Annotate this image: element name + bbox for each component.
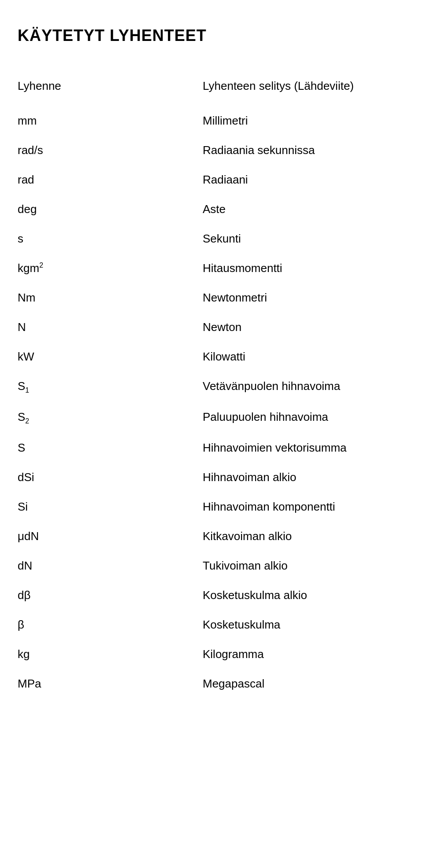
abbr-text: dN <box>18 559 32 572</box>
desc-cell: Vetävänpuolen hihnavoima <box>203 371 405 402</box>
abbr-text: rad <box>18 173 34 186</box>
table-row: sSekunti <box>18 224 405 254</box>
abbr-cell: deg <box>18 195 203 224</box>
desc-cell: Hihnavoiman alkio <box>203 463 405 492</box>
abbr-text: mm <box>18 114 37 127</box>
desc-cell: Kosketuskulma <box>203 610 405 640</box>
abbr-text: Nm <box>18 291 35 304</box>
abbr-cell: N <box>18 313 203 342</box>
abbr-text: S <box>18 441 25 454</box>
table-row: SHihnavoimien vektorisumma <box>18 433 405 463</box>
table-row: rad/sRadiaania sekunnissa <box>18 136 405 165</box>
abbr-cell: kgm2 <box>18 254 203 283</box>
abbr-text: dSi <box>18 471 34 484</box>
abbreviations-table: Lyhenne Lyhenteen selitys (Lähdeviite) m… <box>18 71 405 699</box>
desc-cell: Kosketuskulma alkio <box>203 581 405 610</box>
desc-cell: Aste <box>203 195 405 224</box>
desc-cell: Kilogramma <box>203 640 405 669</box>
desc-cell: Hihnavoiman komponentti <box>203 492 405 522</box>
table-row: NmNewtonmetri <box>18 283 405 313</box>
abbr-text: S <box>18 379 25 393</box>
desc-cell: Sekunti <box>203 224 405 254</box>
table-row: βKosketuskulma <box>18 610 405 640</box>
abbr-text: kg <box>18 647 30 661</box>
abbr-cell: Si <box>18 492 203 522</box>
header-desc: Lyhenteen selitys (Lähdeviite) <box>203 71 405 106</box>
abbr-text: deg <box>18 202 37 216</box>
desc-cell: Paluupuolen hihnavoima <box>203 402 405 433</box>
abbr-cell: S2 <box>18 402 203 433</box>
abbr-cell: dSi <box>18 463 203 492</box>
table-row: NNewton <box>18 313 405 342</box>
desc-cell: Newton <box>203 313 405 342</box>
desc-cell: Hitausmomentti <box>203 254 405 283</box>
abbr-text: Si <box>18 500 28 513</box>
abbr-cell: β <box>18 610 203 640</box>
abbr-cell: Nm <box>18 283 203 313</box>
abbr-text: N <box>18 320 26 334</box>
abbr-text: S <box>18 410 25 423</box>
table-row: radRadiaani <box>18 165 405 195</box>
desc-cell: Kilowatti <box>203 342 405 371</box>
table-row: kgm2Hitausmomentti <box>18 254 405 283</box>
abbr-text: kgm <box>18 261 39 275</box>
abbr-cell: mm <box>18 106 203 136</box>
abbr-text: rad/s <box>18 143 43 157</box>
abbr-subscript: 2 <box>25 417 29 425</box>
abbr-cell: kg <box>18 640 203 669</box>
desc-cell: Hihnavoimien vektorisumma <box>203 433 405 463</box>
abbr-cell: rad/s <box>18 136 203 165</box>
desc-cell: Radiaania sekunnissa <box>203 136 405 165</box>
abbr-text: β <box>18 618 24 631</box>
table-row: mmMillimetri <box>18 106 405 136</box>
table-row: MPaMegapascal <box>18 669 405 699</box>
table-row: degAste <box>18 195 405 224</box>
desc-cell: Radiaani <box>203 165 405 195</box>
table-row: SiHihnavoiman komponentti <box>18 492 405 522</box>
table-row: dNTukivoiman alkio <box>18 551 405 581</box>
table-row: dβKosketuskulma alkio <box>18 581 405 610</box>
table-row: kgKilogramma <box>18 640 405 669</box>
desc-cell: Tukivoiman alkio <box>203 551 405 581</box>
abbr-cell: s <box>18 224 203 254</box>
abbr-text: s <box>18 232 23 245</box>
abbr-text: dβ <box>18 588 30 602</box>
table-row: S1Vetävänpuolen hihnavoima <box>18 371 405 402</box>
abbr-cell: dβ <box>18 581 203 610</box>
abbr-cell: dN <box>18 551 203 581</box>
abbr-cell: S1 <box>18 371 203 402</box>
table-row: dSiHihnavoiman alkio <box>18 463 405 492</box>
desc-cell: Megapascal <box>203 669 405 699</box>
table-row: μdNKitkavoiman alkio <box>18 522 405 551</box>
page-title: KÄYTETYT LYHENTEET <box>18 26 405 45</box>
abbr-cell: μdN <box>18 522 203 551</box>
abbr-text: μdN <box>18 530 39 543</box>
abbr-superscript: 2 <box>39 261 43 269</box>
desc-cell: Kitkavoiman alkio <box>203 522 405 551</box>
table-header-row: Lyhenne Lyhenteen selitys (Lähdeviite) <box>18 71 405 106</box>
abbr-cell: MPa <box>18 669 203 699</box>
abbr-text: kW <box>18 350 34 363</box>
table-row: S2Paluupuolen hihnavoima <box>18 402 405 433</box>
abbr-cell: rad <box>18 165 203 195</box>
table-row: kWKilowatti <box>18 342 405 371</box>
desc-cell: Newtonmetri <box>203 283 405 313</box>
desc-cell: Millimetri <box>203 106 405 136</box>
abbr-text: MPa <box>18 677 41 690</box>
header-abbr: Lyhenne <box>18 71 203 106</box>
abbr-subscript: 1 <box>25 386 29 394</box>
abbr-cell: kW <box>18 342 203 371</box>
abbr-cell: S <box>18 433 203 463</box>
